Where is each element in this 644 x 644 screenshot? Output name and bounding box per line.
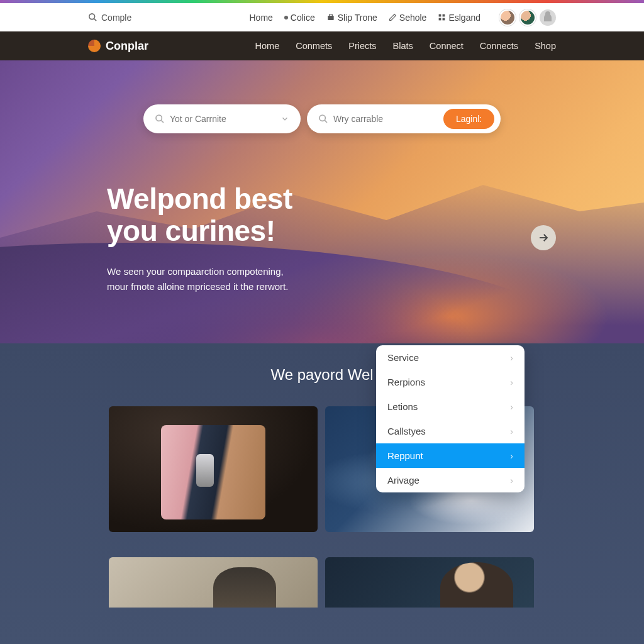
svg-rect-5 (443, 14, 445, 17)
grid-icon (438, 13, 446, 21)
svg-line-1 (94, 19, 96, 21)
card-row (0, 406, 644, 532)
svg-rect-7 (443, 18, 445, 21)
svg-point-10 (319, 115, 325, 121)
chevron-right-icon: › (510, 377, 513, 387)
svg-line-9 (161, 120, 164, 123)
svg-point-0 (89, 14, 95, 19)
topnav-colice[interactable]: Colice (284, 13, 315, 23)
topbar: Comple Home Colice Slip Trone Sehole Esl… (0, 3, 644, 31)
hero-search-query-input[interactable] (333, 114, 443, 124)
dropdown-item-rerpions[interactable]: Rerpions› (376, 370, 525, 394)
brand-icon (88, 40, 101, 52)
carousel-next-button[interactable] (531, 225, 556, 250)
chevron-right-icon: › (510, 451, 513, 461)
feature-card[interactable] (109, 406, 318, 532)
login-button[interactable]: Laginl: (443, 109, 494, 129)
arrow-right-icon (538, 232, 549, 243)
nav-connects[interactable]: Connects (480, 41, 518, 51)
feature-card[interactable] (109, 557, 318, 608)
hero-search-category-input[interactable] (170, 114, 280, 124)
section-title: We payord Wel (0, 366, 644, 384)
feature-card[interactable] (325, 557, 534, 608)
nav-conmets[interactable]: Conmets (296, 41, 332, 51)
search-icon (318, 114, 328, 124)
topnav-sehole[interactable]: Sehole (389, 13, 427, 23)
content-section: We payord Wel Service› Rerpions› Letions… (0, 343, 644, 644)
main-nav-links: Home Conmets Priects Blats Connect Conne… (255, 41, 556, 51)
svg-rect-3 (329, 14, 332, 16)
topnav-eslgand[interactable]: Eslgand (438, 13, 480, 23)
hero-search-query[interactable]: Laginl: (307, 104, 501, 133)
svg-rect-6 (439, 18, 441, 21)
hero: Laginl: Welpond best you curines! We see… (0, 60, 644, 343)
dropdown-item-callstyes[interactable]: Callstyes› (376, 419, 525, 443)
dot-icon (284, 16, 288, 19)
dropdown-item-reppunt[interactable]: Reppunt› (376, 443, 525, 468)
hero-search-category[interactable] (143, 104, 301, 133)
card-row-2 (0, 532, 644, 608)
search-icon (88, 13, 97, 22)
avatar[interactable] (499, 9, 516, 26)
dropdown-item-service[interactable]: Service› (376, 345, 525, 370)
chevron-right-icon: › (510, 402, 513, 412)
avatar-group (499, 9, 556, 26)
avatar[interactable] (519, 9, 536, 26)
avatar-anon[interactable] (540, 9, 556, 26)
nav-priects[interactable]: Priects (348, 41, 376, 51)
topnav-sliptrone[interactable]: Slip Trone (326, 13, 377, 23)
topbar-search-text: Comple (101, 13, 131, 23)
brand-name: Conplar (106, 40, 148, 53)
dropdown-item-letions[interactable]: Letions› (376, 394, 525, 419)
hero-title: Welpond best you curines! (107, 183, 292, 247)
chevron-down-icon (280, 114, 289, 123)
chevron-right-icon: › (510, 353, 513, 363)
chevron-right-icon: › (510, 426, 513, 436)
nav-blats[interactable]: Blats (393, 41, 413, 51)
svg-point-8 (156, 115, 162, 121)
hero-search-row: Laginl: (143, 104, 501, 133)
search-icon (155, 114, 165, 124)
nav-shop[interactable]: Shop (535, 41, 556, 51)
hero-subtitle: We seen your compaarction compotening, m… (107, 264, 292, 294)
topbar-search[interactable]: Comple (88, 13, 131, 23)
svg-rect-4 (439, 14, 441, 17)
main-nav: Conplar Home Conmets Priects Blats Conne… (0, 31, 644, 60)
chevron-right-icon: › (510, 475, 513, 486)
nav-connect[interactable]: Connect (430, 41, 464, 51)
hero-text: Welpond best you curines! We seen your c… (107, 183, 292, 294)
nav-home[interactable]: Home (255, 41, 280, 51)
topnav-home[interactable]: Home (250, 13, 273, 23)
services-dropdown: Service› Rerpions› Letions› Callstyes› R… (376, 345, 525, 492)
pencil-icon (389, 13, 397, 21)
dropdown-item-arivage[interactable]: Arivage› (376, 468, 525, 492)
topbar-nav: Home Colice Slip Trone Sehole Eslgand (250, 9, 557, 26)
brand[interactable]: Conplar (88, 40, 148, 53)
svg-line-11 (325, 120, 327, 123)
cart-icon (326, 13, 335, 22)
